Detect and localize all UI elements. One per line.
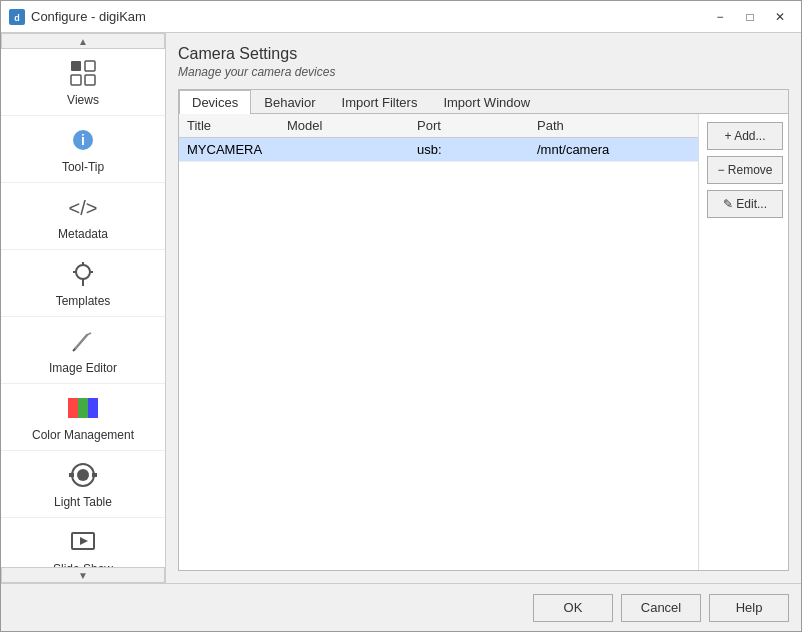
sidebar: ▲ Views	[1, 33, 166, 583]
views-icon	[67, 57, 99, 89]
sidebar-item-imageeditor-label: Image Editor	[49, 361, 117, 375]
tabs: Devices Behavior Import Filters Import W…	[179, 90, 788, 114]
svg-text:i: i	[81, 132, 85, 148]
main-content: ▲ Views	[1, 33, 801, 583]
tab-import-filters[interactable]: Import Filters	[329, 90, 431, 114]
add-button[interactable]: + Add...	[707, 122, 783, 150]
minimize-button[interactable]: −	[707, 6, 733, 28]
sidebar-item-lighttable-label: Light Table	[54, 495, 112, 509]
col-path-header: Path	[537, 118, 690, 133]
sidebar-item-tooltip[interactable]: i Tool-Tip	[1, 116, 165, 183]
sidebar-item-color-label: Color Management	[32, 428, 134, 442]
col-title-header: Title	[187, 118, 287, 133]
sidebar-item-templates[interactable]: Templates	[1, 250, 165, 317]
panel-subtitle: Manage your camera devices	[178, 65, 789, 79]
imageeditor-icon	[67, 325, 99, 357]
titlebar: d Configure - digiKam − □ ✕	[1, 1, 801, 33]
svg-rect-22	[69, 473, 74, 477]
row-title: MYCAMERA	[187, 142, 287, 157]
app-icon: d	[9, 9, 25, 25]
svg-rect-3	[85, 61, 95, 71]
slideshow-icon	[67, 526, 99, 558]
color-icon	[67, 392, 99, 424]
button-panel: + Add... − Remove ✎ Edit...	[698, 114, 788, 570]
svg-rect-2	[71, 61, 81, 71]
right-panel: Camera Settings Manage your camera devic…	[166, 33, 801, 583]
row-path: /mnt/camera	[537, 142, 690, 157]
devices-and-buttons: Title Model Port Path MYCAMERA usb: /mn	[179, 114, 788, 570]
lighttable-icon	[67, 459, 99, 491]
svg-line-15	[87, 333, 91, 335]
sidebar-scroll-up[interactable]: ▲	[1, 33, 165, 49]
sidebar-item-imageeditor[interactable]: Image Editor	[1, 317, 165, 384]
svg-line-14	[75, 335, 87, 349]
edit-button[interactable]: ✎ Edit...	[707, 190, 783, 218]
svg-point-9	[76, 265, 90, 279]
panel-body: Devices Behavior Import Filters Import W…	[178, 89, 789, 571]
tab-devices[interactable]: Devices	[179, 90, 251, 114]
panel-header: Camera Settings Manage your camera devic…	[178, 45, 789, 79]
svg-rect-18	[78, 398, 88, 418]
col-model-header: Model	[287, 118, 417, 133]
cancel-button[interactable]: Cancel	[621, 594, 701, 622]
help-button[interactable]: Help	[709, 594, 789, 622]
svg-line-16	[73, 349, 75, 351]
ok-button[interactable]: OK	[533, 594, 613, 622]
titlebar-title: Configure - digiKam	[31, 9, 707, 24]
sidebar-item-views-label: Views	[67, 93, 99, 107]
tab-content: Title Model Port Path MYCAMERA usb: /mn	[179, 114, 788, 570]
sidebar-item-color[interactable]: Color Management	[1, 384, 165, 451]
tab-behavior[interactable]: Behavior	[251, 90, 328, 114]
sidebar-item-templates-label: Templates	[56, 294, 111, 308]
svg-rect-17	[68, 398, 78, 418]
sidebar-item-lighttable[interactable]: Light Table	[1, 451, 165, 518]
table-header: Title Model Port Path	[179, 114, 698, 138]
svg-point-21	[77, 469, 89, 481]
devices-panel: Title Model Port Path MYCAMERA usb: /mn	[179, 114, 788, 570]
templates-icon	[67, 258, 99, 290]
svg-text:d: d	[14, 13, 20, 23]
sidebar-item-metadata[interactable]: </> Metadata	[1, 183, 165, 250]
row-port: usb:	[417, 142, 537, 157]
svg-rect-4	[71, 75, 81, 85]
sidebar-items: Views i Tool-Tip </	[1, 49, 165, 567]
col-port-header: Port	[417, 118, 537, 133]
close-button[interactable]: ✕	[767, 6, 793, 28]
svg-text:</>: </>	[69, 197, 97, 219]
sidebar-item-metadata-label: Metadata	[58, 227, 108, 241]
metadata-icon: </>	[67, 191, 99, 223]
svg-rect-5	[85, 75, 95, 85]
sidebar-scroll-down[interactable]: ▼	[1, 567, 165, 583]
device-table: Title Model Port Path MYCAMERA usb: /mn	[179, 114, 698, 570]
maximize-button[interactable]: □	[737, 6, 763, 28]
sidebar-item-slideshow[interactable]: Slide Show	[1, 518, 165, 567]
remove-button[interactable]: − Remove	[707, 156, 783, 184]
table-row[interactable]: MYCAMERA usb: /mnt/camera	[179, 138, 698, 162]
sidebar-item-views[interactable]: Views	[1, 49, 165, 116]
svg-rect-23	[92, 473, 97, 477]
bottom-bar: OK Cancel Help	[1, 583, 801, 631]
panel-title: Camera Settings	[178, 45, 789, 63]
svg-marker-25	[80, 537, 88, 545]
tooltip-icon: i	[67, 124, 99, 156]
sidebar-item-tooltip-label: Tool-Tip	[62, 160, 104, 174]
window-controls: − □ ✕	[707, 6, 793, 28]
configure-window: d Configure - digiKam − □ ✕ ▲	[0, 0, 802, 632]
row-model	[287, 142, 417, 157]
svg-rect-19	[88, 398, 98, 418]
tab-import-window[interactable]: Import Window	[430, 90, 543, 114]
